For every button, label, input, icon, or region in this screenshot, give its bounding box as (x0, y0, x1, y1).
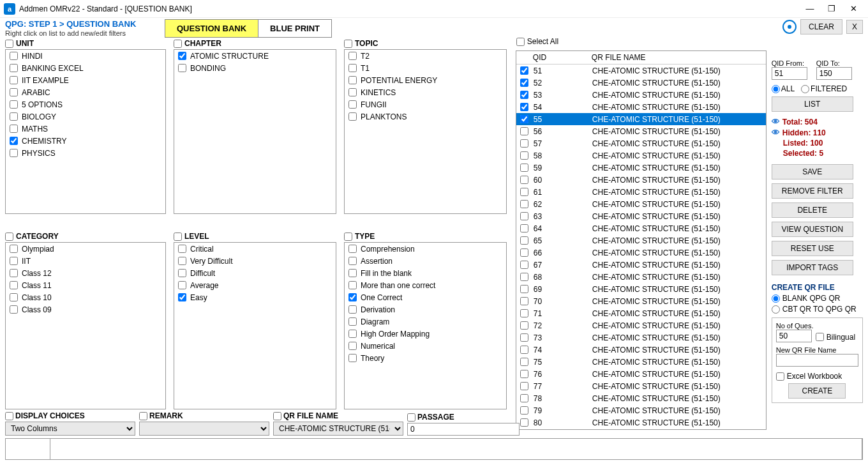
list-item[interactable]: Difficult (174, 267, 336, 279)
table-row[interactable]: 57CHE-ATOMIC STRUCTURE (51-150) (516, 137, 766, 149)
tab-question-bank[interactable]: QUESTION BANK (165, 19, 258, 38)
type-list[interactable]: ComprehensionAssertionFill in the blankM… (344, 242, 507, 409)
qid-row-checkbox[interactable] (520, 418, 528, 427)
bilingual-checkbox[interactable]: Bilingual (816, 333, 855, 342)
x-button[interactable]: X (846, 20, 863, 34)
passage-input[interactable] (407, 423, 520, 436)
qid-row-checkbox[interactable] (520, 224, 528, 232)
list-item-checkbox[interactable] (348, 342, 357, 350)
list-item-checkbox[interactable] (10, 125, 18, 133)
table-row[interactable]: 55CHE-ATOMIC STRUCTURE (51-150) (516, 113, 766, 125)
table-row[interactable]: 61CHE-ATOMIC STRUCTURE (51-150) (516, 186, 766, 198)
table-row[interactable]: 72CHE-ATOMIC STRUCTURE (51-150) (516, 319, 766, 332)
chapter-list[interactable]: ATOMIC STRUCTUREBONDING (174, 49, 336, 214)
type-header[interactable]: TYPE (344, 231, 507, 242)
excel-workbook-checkbox[interactable]: Excel Workbook (776, 372, 858, 381)
table-row[interactable]: 62CHE-ATOMIC STRUCTURE (51-150) (516, 198, 766, 210)
qid-row-checkbox[interactable] (520, 309, 528, 317)
list-item-checkbox[interactable] (178, 52, 186, 60)
qid-row-checkbox[interactable] (520, 394, 528, 402)
table-row[interactable]: 60CHE-ATOMIC STRUCTURE (51-150) (516, 174, 766, 186)
qid-row-checkbox[interactable] (520, 346, 528, 354)
list-item[interactable]: Class 09 (6, 303, 165, 316)
qid-row-checkbox[interactable] (520, 333, 528, 342)
qid-row-checkbox[interactable] (520, 103, 528, 111)
list-item-checkbox[interactable] (348, 317, 357, 326)
list-item-checkbox[interactable] (10, 112, 18, 121)
qid-row-checkbox[interactable] (520, 79, 528, 87)
qid-row-checkbox[interactable] (520, 236, 528, 245)
table-row[interactable]: 58CHE-ATOMIC STRUCTURE (51-150) (516, 149, 766, 162)
maximize-button[interactable]: ❐ (821, 2, 842, 16)
qid-list[interactable]: 51CHE-ATOMIC STRUCTURE (51-150)52CHE-ATO… (516, 65, 766, 429)
table-row[interactable]: 59CHE-ATOMIC STRUCTURE (51-150) (516, 162, 766, 174)
delete-button[interactable]: DELETE (772, 202, 853, 218)
list-item-checkbox[interactable] (10, 269, 18, 277)
table-row[interactable]: 54CHE-ATOMIC STRUCTURE (51-150) (516, 101, 766, 113)
list-item[interactable]: BIOLOGY (6, 111, 165, 123)
table-row[interactable]: 80CHE-ATOMIC STRUCTURE (51-150) (516, 416, 766, 429)
list-item[interactable]: T1 (345, 62, 506, 74)
qid-row-checkbox[interactable] (520, 285, 528, 293)
list-item[interactable]: More than one correct (345, 279, 506, 291)
table-row[interactable]: 68CHE-ATOMIC STRUCTURE (51-150) (516, 271, 766, 283)
list-item-checkbox[interactable] (10, 281, 18, 289)
no-of-ques-input[interactable] (776, 330, 812, 342)
qid-row-checkbox[interactable] (520, 200, 528, 208)
level-toggle-checkbox[interactable] (174, 232, 182, 241)
list-item[interactable]: HINDI (6, 50, 165, 62)
list-item-checkbox[interactable] (10, 52, 18, 60)
list-item-checkbox[interactable] (10, 100, 18, 109)
unit-toggle-checkbox[interactable] (5, 40, 13, 48)
list-item-checkbox[interactable] (10, 137, 18, 145)
category-toggle-checkbox[interactable] (5, 232, 13, 241)
list-item-checkbox[interactable] (10, 88, 18, 96)
list-item[interactable]: Average (174, 279, 336, 291)
list-item[interactable]: Theory (345, 352, 506, 364)
qid-from-input[interactable] (772, 67, 807, 80)
list-item[interactable]: Class 10 (6, 291, 165, 303)
qr-file-name-checkbox[interactable] (273, 412, 281, 420)
list-item-checkbox[interactable] (178, 257, 186, 265)
qid-row-checkbox[interactable] (520, 382, 528, 390)
qid-row-checkbox[interactable] (520, 358, 528, 366)
table-row[interactable]: 53CHE-ATOMIC STRUCTURE (51-150) (516, 89, 766, 101)
unit-header[interactable]: UNIT (5, 38, 166, 49)
type-toggle-checkbox[interactable] (344, 232, 352, 241)
list-item[interactable]: POTENTIAL ENERGY (345, 74, 506, 86)
table-row[interactable]: 81CHE-ATOMIC STRUCTURE (51-150) (516, 429, 766, 429)
select-all-row[interactable]: Select All (516, 37, 558, 46)
table-row[interactable]: 51CHE-ATOMIC STRUCTURE (51-150) (516, 65, 766, 77)
qid-row-checkbox[interactable] (520, 127, 528, 135)
list-item[interactable]: ARABIC (6, 86, 165, 98)
list-item[interactable]: Fill in the blank (345, 267, 506, 279)
qid-row-checkbox[interactable] (520, 66, 528, 75)
list-item-checkbox[interactable] (348, 76, 357, 84)
list-item[interactable]: Class 11 (6, 279, 165, 291)
list-item-checkbox[interactable] (348, 52, 357, 60)
qid-row-checkbox[interactable] (520, 321, 528, 330)
radio-cbt-qr[interactable]: CBT QR TO QPG QR (772, 305, 863, 314)
tab-blue-print[interactable]: BLUE PRINT (258, 19, 332, 38)
list-item-checkbox[interactable] (10, 305, 18, 314)
category-header[interactable]: CATEGORY (5, 231, 166, 242)
list-item-checkbox[interactable] (10, 293, 18, 301)
table-row[interactable]: 63CHE-ATOMIC STRUCTURE (51-150) (516, 210, 766, 222)
list-item-checkbox[interactable] (10, 245, 18, 253)
table-row[interactable]: 69CHE-ATOMIC STRUCTURE (51-150) (516, 283, 766, 295)
import-tags-button[interactable]: IMPORT TAGS (772, 260, 853, 275)
list-item[interactable]: PLANKTONS (345, 111, 506, 123)
list-item[interactable]: Very Difficult (174, 255, 336, 267)
list-item[interactable]: ATOMIC STRUCTURE (174, 50, 336, 62)
list-item-checkbox[interactable] (348, 245, 357, 253)
qid-row-checkbox[interactable] (520, 188, 528, 196)
qid-row-checkbox[interactable] (520, 151, 528, 160)
qr-file-name-select[interactable]: CHE-ATOMIC STRUCTURE (51-150) (273, 422, 403, 436)
list-item[interactable]: Comprehension (345, 243, 506, 255)
list-item[interactable]: BANKING EXCEL (6, 62, 165, 74)
qid-row-checkbox[interactable] (520, 139, 528, 148)
qid-row-checkbox[interactable] (520, 261, 528, 269)
level-list[interactable]: CriticalVery DifficultDifficultAverageEa… (174, 242, 336, 409)
level-header[interactable]: LEVEL (174, 231, 336, 242)
list-item[interactable]: Class 12 (6, 267, 165, 279)
